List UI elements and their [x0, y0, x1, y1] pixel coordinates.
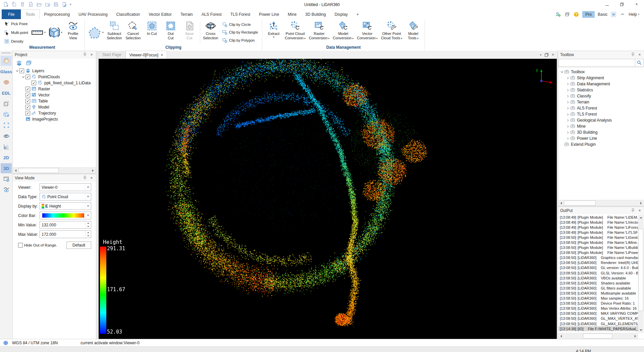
checkbox[interactable]: ✓: [25, 99, 30, 103]
new-window-icon[interactable]: [1, 174, 12, 184]
user-account-icon[interactable]: [555, 11, 561, 17]
menu-tab-3d-building[interactable]: 3D Building: [301, 9, 330, 19]
viewer-select[interactable]: Viewer-0▼: [40, 183, 91, 191]
pin-icon[interactable]: [83, 176, 87, 180]
output-hscrollbar[interactable]: [558, 333, 638, 339]
menu-tab--[interactable]: +: [352, 9, 363, 19]
toolbox-item-data-management[interactable]: Data Management: [558, 81, 644, 87]
min-value-input[interactable]: 132.000: [40, 221, 91, 229]
measure-tool-button[interactable]: ▾: [30, 20, 47, 45]
pro-mode-button[interactable]: Pro: [582, 11, 595, 18]
default-button[interactable]: Default: [66, 241, 91, 249]
layers-tool-icon[interactable]: [16, 60, 22, 66]
vector-conversion-button[interactable]: Vector Conversion▾: [355, 20, 379, 45]
toolbox-item-tls-forest[interactable]: TLS Forest: [558, 111, 644, 117]
restore-button[interactable]: [614, 0, 629, 9]
clip-by-polygon-button[interactable]: Clip by Polygon: [221, 37, 259, 44]
toolbox-search-input[interactable]: [558, 59, 635, 67]
close-icon[interactable]: ×: [89, 52, 94, 57]
profile-view-button[interactable]: ProfileView: [64, 20, 83, 45]
close-icon[interactable]: ×: [637, 52, 642, 57]
display-by-select[interactable]: E Height▼: [40, 202, 91, 210]
log-row[interactable]: [13:08:50][LiDAR360]Graphics card manufa…: [558, 255, 638, 260]
menu-tab-display[interactable]: Display: [330, 9, 352, 19]
model-conversion-button[interactable]: Model Conversion▾: [331, 20, 355, 45]
log-row[interactable]: [13:08:50][LiDAR360]VBOs available: [558, 275, 638, 280]
checkbox[interactable]: ✓: [25, 87, 30, 91]
checkbox[interactable]: ✓: [25, 75, 30, 79]
polygon-selection-button[interactable]: ▾: [87, 20, 105, 45]
orbit-view-icon[interactable]: [1, 131, 12, 141]
toolbox-item-statistics[interactable]: Statistics: [558, 87, 644, 93]
log-row[interactable]: [13:08:50][LiDAR360]Renderer: Intel(R) U…: [558, 260, 638, 265]
tab-close-icon[interactable]: ×: [161, 53, 163, 57]
multi-point-button[interactable]: Multi-point: [3, 29, 30, 36]
menu-tab-tls-forest[interactable]: TLS Forest: [226, 9, 255, 19]
close-viewer-icon[interactable]: ×: [552, 52, 554, 57]
add-view-icon[interactable]: [1, 109, 12, 120]
log-row[interactable]: [13:08:49][Plugin Module]File Name:'LiDE…: [558, 215, 638, 220]
toolbox-item-3d-building[interactable]: 3D Building: [558, 129, 644, 135]
close-button[interactable]: ×: [629, 0, 644, 9]
log-row[interactable]: [13:08:50][LiDAR360]GL_MAX_ELEMENTS_VE: [558, 321, 638, 326]
max-value-input[interactable]: 172.000: [40, 230, 91, 238]
other-point-cloud-tools-button[interactable]: Other Point Cloud Tools▾: [379, 20, 404, 45]
tab-viewer-0[interactable]: Viewer-0[Focus]×: [125, 51, 167, 59]
log-row[interactable]: [13:08:50][LiDAR360]Shaders available: [558, 280, 638, 285]
in-cut-button[interactable]: In Cut: [143, 20, 161, 45]
clip-by-rectangle-button[interactable]: Clip by Rectangle: [221, 29, 259, 36]
color-bar-select[interactable]: ▼: [40, 212, 91, 219]
subtract-selection-button[interactable]: SubtractSelection: [105, 20, 124, 45]
close-icon[interactable]: ×: [89, 176, 94, 180]
menu-tab-terrain[interactable]: Terrain: [176, 9, 197, 19]
menu-tab-als-forest[interactable]: ALS Forest: [197, 9, 226, 19]
data-type-select[interactable]: Point Cloud▼: [40, 193, 91, 201]
help-menu-button[interactable]: Help▾: [629, 12, 639, 17]
pin-icon[interactable]: [631, 52, 635, 57]
clip-by-circle-button[interactable]: Clip by Circle: [221, 21, 259, 28]
minimize-button[interactable]: [600, 0, 614, 9]
profile-view-icon[interactable]: [1, 185, 12, 195]
toolbox-item-extend-plugin[interactable]: Extend Plugin: [558, 141, 644, 147]
toolbox-item-geological-analysis[interactable]: Geological Analysis: [558, 117, 644, 123]
tree-item-layers[interactable]: ✓Layers: [13, 68, 96, 74]
bounding-box-icon[interactable]: [1, 99, 12, 109]
tree-item-model[interactable]: ✓Model: [13, 104, 96, 110]
float-window-icon[interactable]: [545, 53, 548, 57]
tree-item-imageprojects[interactable]: ImageProjects: [13, 116, 96, 122]
model-tools-button[interactable]: Model Tools▾: [404, 20, 423, 45]
contour-icon[interactable]: [1, 77, 12, 87]
extract-button[interactable]: Extract▾: [264, 20, 283, 45]
log-row[interactable]: [13:08:50][Plugin Module]File Name:'LiMi…: [558, 240, 638, 245]
project-hscrollbar[interactable]: [13, 167, 96, 173]
render-settings-icon[interactable]: [610, 11, 616, 17]
save-cut-button[interactable]: SaveCut: [180, 20, 199, 45]
menu-tab-mine[interactable]: Mine: [283, 9, 301, 19]
edl-button[interactable]: EDL: [1, 88, 12, 98]
checkbox[interactable]: ✓: [25, 105, 30, 109]
density-button[interactable]: Density: [3, 38, 30, 44]
toolbox-item-strip-alignment[interactable]: Strip Alignment: [558, 75, 644, 81]
checkbox[interactable]: ✓: [25, 111, 30, 116]
log-row[interactable]: [13:08:50][Plugin Module]File Name:'LiGe…: [558, 235, 638, 240]
chevron-down-icon[interactable]: [15, 70, 19, 73]
log-row[interactable]: [13:08:50][LiDAR360]GLSL Version: 4.60 -…: [558, 270, 638, 275]
toolbox-item-terrain[interactable]: Terrain: [558, 99, 644, 105]
raster-conversion-button[interactable]: Raster Conversion▾: [307, 20, 331, 45]
tree-item-raster[interactable]: ✓Raster: [13, 86, 96, 92]
pick-point-button[interactable]: Pick Point: [3, 20, 30, 27]
cancel-selection-button[interactable]: CancelSelection: [124, 20, 143, 45]
tree-item-vector[interactable]: ✓Vector: [13, 92, 96, 98]
log-row[interactable]: [13:08:50][LiDAR360]GL_MAX_VERTEX_ATTR: [558, 316, 638, 321]
window-layout-icon[interactable]: [564, 11, 570, 17]
pin-icon[interactable]: [83, 52, 87, 57]
toolbox-item-mine[interactable]: Mine: [558, 123, 644, 129]
3d-view-button[interactable]: 3D: [1, 163, 12, 173]
close-icon[interactable]: ×: [637, 208, 642, 213]
tree-item-ppk-fixed-cloud-1-lidata[interactable]: ✓ppk_fixed_cloud_1.LiData: [13, 80, 96, 86]
point-color-icon[interactable]: [1, 56, 12, 66]
menu-tab-file[interactable]: File: [2, 9, 21, 19]
log-row[interactable]: [13:08:49][Plugin Module]File Name:'LiFo…: [558, 225, 638, 230]
log-row[interactable]: [13:08:50][LiDAR360]GL version: 4.6.0 - …: [558, 265, 638, 270]
toolbox-item-toolbox[interactable]: Toolbox: [558, 69, 644, 75]
